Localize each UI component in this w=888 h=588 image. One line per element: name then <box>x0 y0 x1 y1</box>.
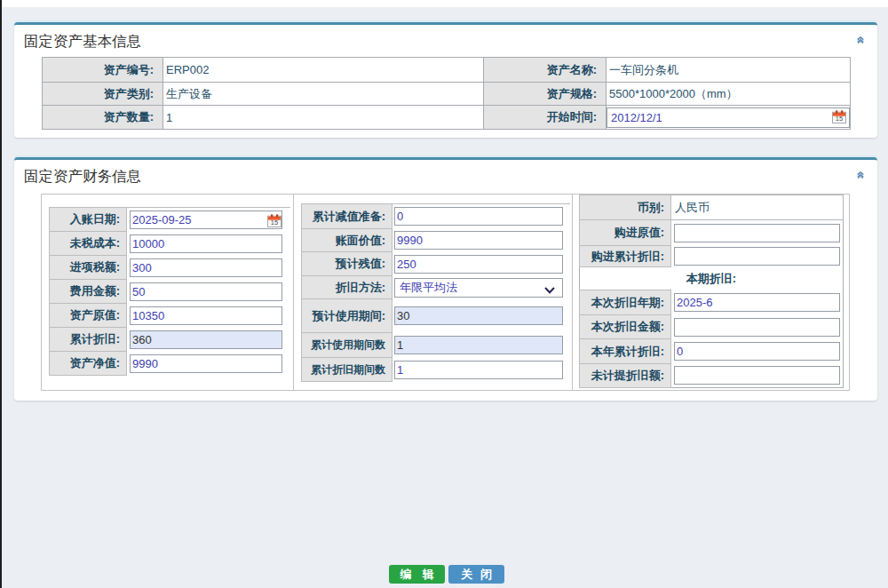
svg-text:15: 15 <box>270 219 277 226</box>
svg-text:15: 15 <box>836 115 843 123</box>
